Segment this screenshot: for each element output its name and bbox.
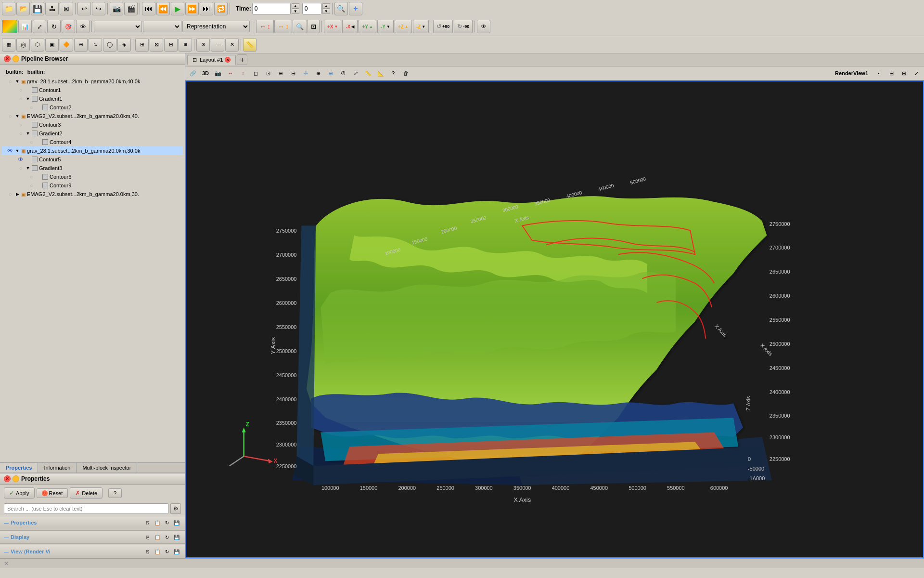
filter6-button[interactable]: ⊕ <box>74 38 88 52</box>
list-item[interactable]: ○ ▶ ▣ EMAG2_V2.subset...2km_b_gamma20.0k… <box>2 190 183 198</box>
play-prev-button[interactable]: ⏪ <box>156 2 170 15</box>
vp-pick3-button[interactable]: ⊕ <box>325 67 336 79</box>
play-button[interactable]: ▶ <box>171 2 184 15</box>
time-frame-input[interactable] <box>302 3 321 14</box>
search-gear-button[interactable]: ⚙ <box>170 503 181 514</box>
layers-button[interactable]: 📊 <box>18 20 32 33</box>
tab-multiblock[interactable]: Multi-block Inspector <box>77 463 137 473</box>
vp-pick2-button[interactable]: ⊕ <box>312 67 324 79</box>
rotate-cw-button[interactable]: ↻ <box>47 20 61 33</box>
frame-down-button[interactable]: ▼ <box>322 9 330 14</box>
vp-measure-button[interactable]: 📐 <box>375 67 386 79</box>
view-refresh-button[interactable]: ↻ <box>163 547 171 556</box>
redo-button[interactable]: ↪ <box>92 2 105 15</box>
list-item[interactable]: ○ ▼ ▣ EMAG2_V2.subset...2km_b_gamma20.0k… <box>2 112 183 120</box>
expand-arrow[interactable]: ▼ <box>14 79 20 84</box>
filter9-button[interactable]: ◈ <box>117 38 131 52</box>
vp-layout1-button[interactable]: ▪ <box>873 67 885 79</box>
add-layout-button[interactable]: + <box>237 54 247 65</box>
tab-information[interactable]: Information <box>38 463 77 473</box>
props-close-button[interactable]: ✕ <box>4 475 11 482</box>
view-save-button[interactable]: 💾 <box>172 547 181 556</box>
list-item[interactable]: ○ ▼ Gradient3 <box>2 164 183 172</box>
loop-button[interactable]: 🔁 <box>214 2 228 15</box>
vp-layout2-button[interactable]: ⊟ <box>886 67 897 79</box>
xminus-button[interactable]: -X ◀ <box>342 20 358 33</box>
expand-arrow[interactable]: ▼ <box>25 131 31 136</box>
vp-delete-button[interactable]: 🗑 <box>400 67 411 79</box>
layout-tab-close-button[interactable]: ✕ <box>225 57 231 63</box>
vp-reset-button[interactable]: ⤢ <box>350 67 361 79</box>
save-section-button[interactable]: 💾 <box>172 518 181 527</box>
vp-3d-button[interactable]: 3D <box>200 67 211 79</box>
camera-button[interactable]: 📷 <box>110 2 123 15</box>
view-paste-button[interactable]: 📋 <box>153 547 162 556</box>
display-section-header[interactable]: — Display ⎘ 📋 ↻ 💾 <box>0 530 185 544</box>
play-first-button[interactable]: ⏮ <box>142 2 155 15</box>
filter3-button[interactable]: ⬡ <box>31 38 44 52</box>
list-item[interactable]: ○ Contour9 <box>2 181 183 190</box>
eye-icon[interactable]: ○ <box>16 95 25 102</box>
frame-up-button[interactable]: ▲ <box>322 3 330 9</box>
yminus-button[interactable]: -Y ▼ <box>377 20 394 33</box>
list-item[interactable]: ○ Contour4 <box>2 138 183 146</box>
vp-select-button[interactable]: ↕ <box>237 67 249 79</box>
filter11-button[interactable]: ⊠ <box>150 38 163 52</box>
reset-camera-button[interactable]: ⊡ <box>308 20 320 33</box>
eye-icon[interactable]: ○ <box>27 104 36 111</box>
vp-timer-button[interactable]: ⏱ <box>337 67 349 79</box>
reset-view-button[interactable]: ⤢ <box>33 20 46 33</box>
filter10-button[interactable]: ⊞ <box>135 38 149 52</box>
expand-arrow[interactable]: ▼ <box>25 96 31 102</box>
active-variable-select[interactable] <box>94 21 142 32</box>
eye-icon[interactable]: ○ <box>27 173 36 180</box>
expand-arrow[interactable]: ▼ <box>25 165 31 171</box>
list-item[interactable]: ○ ▼ ▣ grav_28.1.subset...2km_b_gamma20.0… <box>2 77 183 86</box>
rotate-xm90-button[interactable]: ↻ -90 <box>454 20 473 33</box>
apply-button[interactable]: ✓ Apply <box>4 487 35 499</box>
tab-properties[interactable]: Properties <box>0 463 38 473</box>
filter1-button[interactable]: ▦ <box>2 38 15 52</box>
open-recent-button[interactable]: 📂 <box>16 2 30 15</box>
render-area[interactable]: 100000 150000 200000 250000 300000 35000… <box>185 80 924 558</box>
eye-icon[interactable]: ○ <box>16 165 25 171</box>
connect-button[interactable]: 🖧 <box>45 2 59 15</box>
eye-icon[interactable]: ○ <box>27 182 36 189</box>
eye-icon[interactable]: ○ <box>6 191 14 197</box>
vp-camera-button[interactable]: 📷 <box>212 67 224 79</box>
plus-button[interactable]: + <box>349 2 362 15</box>
ruler-button[interactable]: 📏 <box>243 38 257 52</box>
list-item[interactable]: ○ ▼ Gradient2 <box>2 129 183 138</box>
interact-button[interactable]: ↔ ↕ <box>256 20 274 33</box>
paste-section-button[interactable]: 📋 <box>153 518 162 527</box>
time-up-button[interactable]: ▲ <box>292 3 299 9</box>
copy-section-button[interactable]: ⎘ <box>143 518 152 527</box>
active-variable2-select[interactable] <box>143 21 181 32</box>
filter8-button[interactable]: ◯ <box>103 38 116 52</box>
list-item[interactable]: ○ Contour3 <box>2 120 183 129</box>
vp-zoom3-button[interactable]: ⊟ <box>287 67 299 79</box>
eye-icon[interactable]: ○ <box>16 87 25 93</box>
color-box-button[interactable] <box>2 20 17 33</box>
time-down-button[interactable]: ▼ <box>292 9 299 14</box>
vp-pick-button[interactable]: ✛ <box>300 67 311 79</box>
viewport[interactable]: ⊡ Layout #1 ✕ + 🔗 3D 📷 ↔ ↕ ◻ ⊡ ⊕ ⊟ ✛ ⊕ ⊕… <box>185 53 924 558</box>
filter4-button[interactable]: ▣ <box>45 38 59 52</box>
rotate-x90-button[interactable]: ↺ +90 <box>433 20 453 33</box>
list-item[interactable]: ○ Contour1 <box>2 86 183 94</box>
xplus-button[interactable]: +X ▼ <box>324 20 341 33</box>
vp-zoom2-button[interactable]: ⊕ <box>275 67 286 79</box>
time-input[interactable] <box>252 3 291 14</box>
display-save-button[interactable]: 💾 <box>172 533 181 541</box>
visibility-button[interactable]: 👁 <box>76 20 90 33</box>
pipeline-minimize-button[interactable] <box>13 55 19 62</box>
vp-layout3-button[interactable]: ⊞ <box>898 67 910 79</box>
record-button[interactable]: 🎬 <box>124 2 138 15</box>
eye-icon[interactable]: 👁 <box>6 147 14 154</box>
eye-icon[interactable]: 👁 <box>16 156 25 163</box>
list-item[interactable]: ○ Contour2 <box>2 103 183 112</box>
expand-arrow[interactable]: ▼ <box>14 113 20 119</box>
representation-select[interactable]: Representation <box>182 21 250 32</box>
eye-icon[interactable]: ○ <box>6 113 14 119</box>
camera-orient-button[interactable]: 🎯 <box>62 20 75 33</box>
